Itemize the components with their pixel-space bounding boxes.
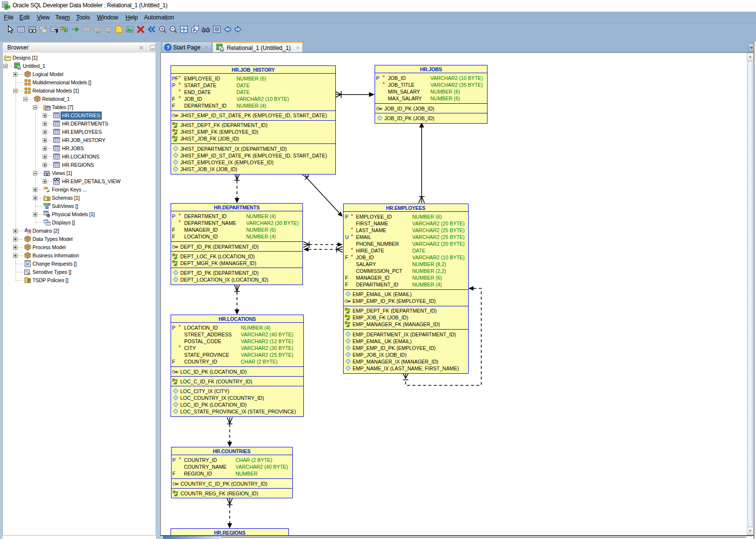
svg-text:?: ?	[167, 45, 170, 50]
